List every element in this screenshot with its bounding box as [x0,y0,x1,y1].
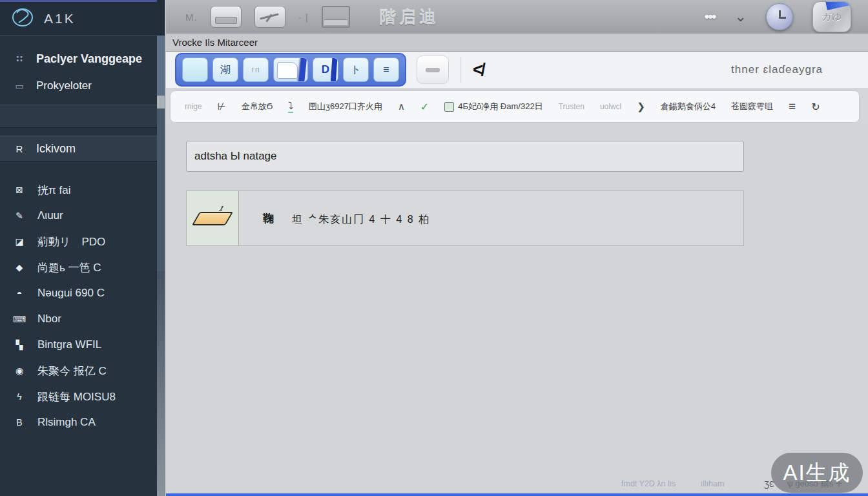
metal-badge-button[interactable]: ガゆ [812,1,851,32]
pencil-icon: ✎ [13,211,26,221]
r-badge-icon: R [13,143,26,154]
image-tool-button[interactable] [273,57,308,82]
blue-ribbon-icon [825,1,851,10]
check-icon[interactable]: ✓ [420,101,429,113]
tab-title[interactable]: Vrocke Ils Mitarceer [172,37,258,48]
sidebar-logo-row: A1K [0,2,157,36]
list-item-label: 坦 ᄉ朱亥山冂 4 十 4 8 柏 [292,211,430,227]
sidebar-scrollbar[interactable] [157,0,165,496]
menu-item-label: Rlsimgh CA [37,416,96,429]
chevron-down-icon[interactable]: ⌄ [735,8,747,25]
green-square-icon [444,102,454,112]
play-box-icon: ◪ [13,236,26,247]
uolwcl-label: uolwcl [600,102,621,111]
sidebar-menu-item-7[interactable]: ▚ Bintgra WFIL [0,332,157,358]
d-tool-button[interactable]: D [313,57,338,82]
list-tool-button[interactable]: ≡ [373,57,399,82]
blank-tool-button[interactable] [182,57,208,82]
pointer-tool-button[interactable]: ト [343,57,369,82]
sidebar-menu-item-4[interactable]: ◆ 尚题ь 一笆 C [0,254,157,280]
cluster-icon: ▚ [13,340,26,350]
marks-tool-button[interactable]: гп [243,57,269,82]
frame-icon[interactable] [322,6,350,28]
hamburger-icon[interactable]: ≡ [789,99,796,114]
sidebar-menu-item-3[interactable]: ◪ 葪動リ PDO [0,229,157,254]
minus-icon [426,68,440,72]
sidebar-menu-item-9[interactable]: ϟ 跟链每 MOISU8 [0,384,157,409]
blue-stripe-icon [330,57,337,82]
more-dots-icon[interactable]: ••• [704,8,715,25]
range-label: rnige [185,102,202,111]
sidebar-item-label: Prokyeloter [36,79,92,92]
list-item-badge: 鞠 [263,211,275,226]
sidebar-menu-item-1[interactable]: ⊠ 挄π fai [0,177,157,203]
pin-icon[interactable]: ⊬ [218,101,226,112]
sidebar-menu: ⊠ 挄π fai ✎ Λιuur ◪ 葪動リ PDO ◆ 尚题ь 一笆 C ◓ … [0,177,157,435]
half-circle-icon: ◓ [13,288,26,298]
screen-cursor-icon[interactable] [254,6,285,28]
window-panel-icon[interactable] [211,6,242,28]
toolbar-divider [460,57,461,83]
bottom-accent-line [166,493,868,496]
list-item-text: 鞠 坦 ᄉ朱亥山冂 4 十 4 8 柏 [263,211,430,227]
window-toolbar: M. · | 階启迪 ••• ⌄ ガゆ [166,0,868,34]
menu-item-label: Nəugui 690 C [37,287,105,300]
trusten-label: Trusten [559,102,584,111]
menu-item-label: 挄π fai [37,183,70,198]
result-list-row[interactable]: 1 鞠 坦 ᄉ朱亥山冂 4 十 4 8 柏 [186,191,744,246]
list-thumbnail: 1 [187,191,239,245]
date-label: 4Ƃ妃ŏ净甪 Ɖam/322日 [458,101,542,112]
chevron-up-icon[interactable]: ∧ [398,101,405,112]
sidebar: A1K ∷ Paclyer Vanggeape ▭ Prokyeloter R … [0,0,157,496]
sidebar-item-packages[interactable]: ∷ Paclyer Vanggeape [0,45,157,72]
sidebar-collapsed-section[interactable] [0,105,157,128]
sidebar-item-label: Paclyer Vanggeape [36,52,142,66]
tab-bar: Vrocke Ils Mitarceer [166,34,868,52]
metal-button-label: ガゆ [822,11,842,23]
menu-item-label: 跟链每 MOISU8 [37,389,116,404]
sidebar-menu-item-8[interactable]: ◉ 朱聚今 报亿 C [0,358,157,384]
status-text-1: fmdt Y2D ƛn lıs [621,479,676,488]
status-left-group: fmdt Y2D ƛn lıs ıllıham [621,479,724,488]
tool-label-3[interactable]: 倉鍚鹅食㑂公4 [661,101,716,112]
power-icon: ◉ [13,366,26,376]
glyph-tool-button[interactable]: 湖 [212,57,238,82]
sidebar-menu-item-6[interactable]: ⌨ Nbor [0,306,157,332]
packages-icon: ∷ [13,54,26,64]
flag-icon: ⊠ [13,185,26,195]
back-arrow-icon[interactable]: ≮ [473,59,483,80]
tool-label-4[interactable]: 苍圆窽雩咀 [731,101,773,112]
menu-item-label: Λιuur [37,209,63,222]
chevron-right-icon[interactable]: ❯ [637,101,645,112]
keycap-number: 1 [218,205,225,212]
document-icon [277,62,298,79]
lightning-icon: ϟ [13,391,26,402]
menu-item-label: 葪動リ PDO [37,234,105,249]
curve-arrow-icon[interactable]: ⤵ [288,100,293,113]
ai-generated-watermark: AI生成 [771,453,863,493]
blue-stripe-icon [298,57,307,82]
sidebar-item-active[interactable]: R Ickivom [0,136,157,161]
menu-item-label: 尚题ь 一笆 C [37,260,101,275]
tool-label-1[interactable]: 金帛放Ϭ [242,101,273,112]
menu-item-label: 朱聚今 报亿 C [37,364,107,378]
sidebar-menu-item-5[interactable]: ◓ Nəugui 690 C [0,280,157,306]
refresh-clock-icon[interactable]: ↻ [811,101,820,113]
menu-item-label: Nbor [37,313,61,326]
minus-button[interactable] [417,56,449,84]
app-title: A1K [44,11,76,26]
clock-avatar-button[interactable] [766,3,793,30]
menu-item-label: Bintgra WFIL [37,338,101,351]
main-toolbar: 湖 гп D ト ≡ ≮ thner ɛlaɗeaygra [166,52,868,88]
blue-button-group: 湖 гп D ト ≡ [175,53,406,87]
sidebar-menu-item-10[interactable]: Β Rlsimgh CA [0,409,157,435]
m-label: M. [185,12,198,23]
date-chip[interactable]: 4Ƃ妃ŏ净甪 Ɖam/322日 [444,101,542,112]
sidebar-menu-item-2[interactable]: ✎ Λιuur [0,203,157,229]
secondary-toolbar: rnige ⊬ 金帛放Ϭ ⤵ 㘡山ʒ6927囗齐火甪 ∧ ✓ 4Ƃ妃ŏ净甪 Ɖa… [170,90,860,123]
sidebar-item-projects[interactable]: ▭ Prokyeloter [0,72,157,99]
tool-label-2[interactable]: 㘡山ʒ6927囗齐火甪 [309,101,382,112]
search-input[interactable] [186,141,744,172]
content-area [166,123,868,496]
sidebar-item-label: Ickivom [36,142,76,156]
